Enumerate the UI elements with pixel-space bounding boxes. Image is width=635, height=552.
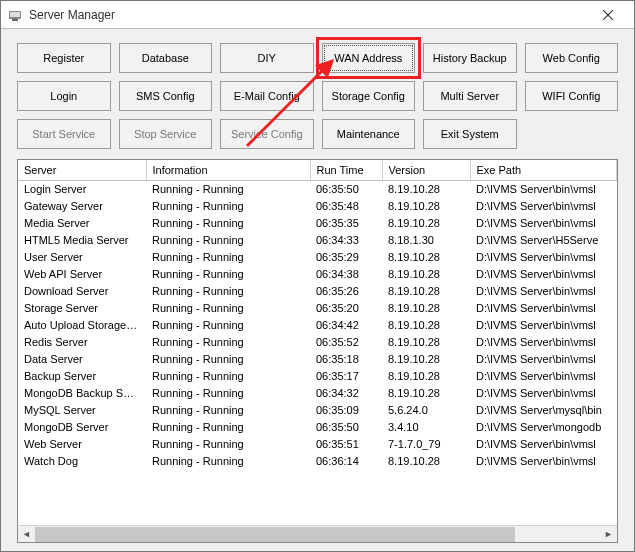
cell-server: HTML5 Media Server (18, 231, 146, 248)
cell-path: D:\IVMS Server\bin\vmsl (470, 435, 617, 452)
column-header[interactable]: Server (18, 160, 146, 180)
table-row[interactable]: Gateway ServerRunning - Running06:35:488… (18, 197, 617, 214)
table-row[interactable]: Data ServerRunning - Running06:35:188.19… (18, 350, 617, 367)
cell-info: Running - Running (146, 265, 310, 282)
web-config-button[interactable]: Web Config (525, 43, 619, 73)
table-row[interactable]: MongoDB Backup ServerRunning - Running06… (18, 384, 617, 401)
database-button[interactable]: Database (119, 43, 213, 73)
cell-server: Redis Server (18, 333, 146, 350)
cell-run_time: 06:35:26 (310, 282, 382, 299)
titlebar: Server Manager (1, 1, 634, 29)
svg-rect-2 (12, 19, 18, 21)
wan-address-button[interactable]: WAN Address (322, 43, 416, 73)
cell-version: 8.18.1.30 (382, 231, 470, 248)
cell-path: D:\IVMS Server\mongodb (470, 418, 617, 435)
cell-info: Running - Running (146, 282, 310, 299)
cell-path: D:\IVMS Server\bin\vmsl (470, 282, 617, 299)
table-row[interactable]: HTML5 Media ServerRunning - Running06:34… (18, 231, 617, 248)
svg-rect-1 (10, 12, 20, 17)
table-row[interactable]: Backup ServerRunning - Running06:35:178.… (18, 367, 617, 384)
column-header[interactable]: Version (382, 160, 470, 180)
column-header[interactable]: Information (146, 160, 310, 180)
cell-run_time: 06:35:50 (310, 418, 382, 435)
cell-run_time: 06:34:32 (310, 384, 382, 401)
cell-server: Data Server (18, 350, 146, 367)
column-header[interactable]: Exe Path (470, 160, 617, 180)
cell-server: Web Server (18, 435, 146, 452)
login-button[interactable]: Login (17, 81, 111, 111)
horizontal-scrollbar[interactable]: ◄ ► (18, 525, 617, 542)
cell-run_time: 06:35:09 (310, 401, 382, 418)
cell-version: 5.6.24.0 (382, 401, 470, 418)
history-backup-button[interactable]: History Backup (423, 43, 517, 73)
cell-version: 8.19.10.28 (382, 197, 470, 214)
cell-info: Running - Running (146, 384, 310, 401)
table-row[interactable]: MySQL ServerRunning - Running06:35:095.6… (18, 401, 617, 418)
cell-path: D:\IVMS Server\bin\vmsl (470, 367, 617, 384)
table-row[interactable]: User ServerRunning - Running06:35:298.19… (18, 248, 617, 265)
cell-version: 8.19.10.28 (382, 367, 470, 384)
cell-version: 8.19.10.28 (382, 248, 470, 265)
maintenance-button[interactable]: Maintenance (322, 119, 416, 149)
cell-run_time: 06:34:38 (310, 265, 382, 282)
cell-run_time: 06:35:17 (310, 367, 382, 384)
cell-server: Watch Dog (18, 452, 146, 469)
cell-run_time: 06:34:33 (310, 231, 382, 248)
cell-run_time: 06:35:35 (310, 214, 382, 231)
sms-config-button[interactable]: SMS Config (119, 81, 213, 111)
table-row[interactable]: MongoDB ServerRunning - Running06:35:503… (18, 418, 617, 435)
cell-path: D:\IVMS Server\bin\vmsl (470, 384, 617, 401)
cell-path: D:\IVMS Server\bin\vmsl (470, 299, 617, 316)
register-button[interactable]: Register (17, 43, 111, 73)
table-row[interactable]: Web ServerRunning - Running06:35:517-1.7… (18, 435, 617, 452)
multi-server-button[interactable]: Multi Server (423, 81, 517, 111)
diy-button[interactable]: DIY (220, 43, 314, 73)
cell-run_time: 06:35:48 (310, 197, 382, 214)
close-button[interactable] (588, 1, 628, 28)
cell-version: 3.4.10 (382, 418, 470, 435)
cell-server: Storage Server (18, 299, 146, 316)
cell-server: Download Server (18, 282, 146, 299)
table-row[interactable]: Download ServerRunning - Running06:35:26… (18, 282, 617, 299)
table-row[interactable]: Media ServerRunning - Running06:35:358.1… (18, 214, 617, 231)
cell-info: Running - Running (146, 435, 310, 452)
scroll-left-icon[interactable]: ◄ (18, 526, 35, 543)
cell-run_time: 06:35:50 (310, 180, 382, 197)
cell-run_time: 06:36:14 (310, 452, 382, 469)
cell-server: Media Server (18, 214, 146, 231)
cell-run_time: 06:35:20 (310, 299, 382, 316)
app-icon (7, 7, 23, 23)
scroll-right-icon[interactable]: ► (600, 526, 617, 543)
cell-info: Running - Running (146, 452, 310, 469)
wifi-config-button[interactable]: WIFI Config (525, 81, 619, 111)
cell-run_time: 06:35:29 (310, 248, 382, 265)
cell-server: MongoDB Server (18, 418, 146, 435)
table-row[interactable]: Auto Upload Storage S...Running - Runnin… (18, 316, 617, 333)
cell-info: Running - Running (146, 214, 310, 231)
exit-system-button[interactable]: Exit System (423, 119, 517, 149)
storage-config-button[interactable]: Storage Config (322, 81, 416, 111)
cell-version: 8.19.10.28 (382, 333, 470, 350)
cell-info: Running - Running (146, 197, 310, 214)
cell-path: D:\IVMS Server\H5Serve (470, 231, 617, 248)
table-row[interactable]: Web API ServerRunning - Running06:34:388… (18, 265, 617, 282)
cell-version: 8.19.10.28 (382, 282, 470, 299)
table-row[interactable]: Redis ServerRunning - Running06:35:528.1… (18, 333, 617, 350)
column-header[interactable]: Run Time (310, 160, 382, 180)
table-row[interactable]: Storage ServerRunning - Running06:35:208… (18, 299, 617, 316)
cell-path: D:\IVMS Server\bin\vmsl (470, 333, 617, 350)
cell-version: 8.19.10.28 (382, 214, 470, 231)
scroll-track[interactable] (35, 526, 600, 542)
cell-info: Running - Running (146, 401, 310, 418)
table-row[interactable]: Watch DogRunning - Running06:36:148.19.1… (18, 452, 617, 469)
cell-info: Running - Running (146, 350, 310, 367)
table-body: Login ServerRunning - Running06:35:508.1… (18, 180, 617, 469)
cell-server: Auto Upload Storage S... (18, 316, 146, 333)
cell-version: 8.19.10.28 (382, 299, 470, 316)
cell-info: Running - Running (146, 316, 310, 333)
start-service-button: Start Service (17, 119, 111, 149)
email-config-button[interactable]: E-Mail Config (220, 81, 314, 111)
scroll-thumb[interactable] (35, 527, 515, 542)
table-row[interactable]: Login ServerRunning - Running06:35:508.1… (18, 180, 617, 197)
service-config-button: Service Config (220, 119, 314, 149)
